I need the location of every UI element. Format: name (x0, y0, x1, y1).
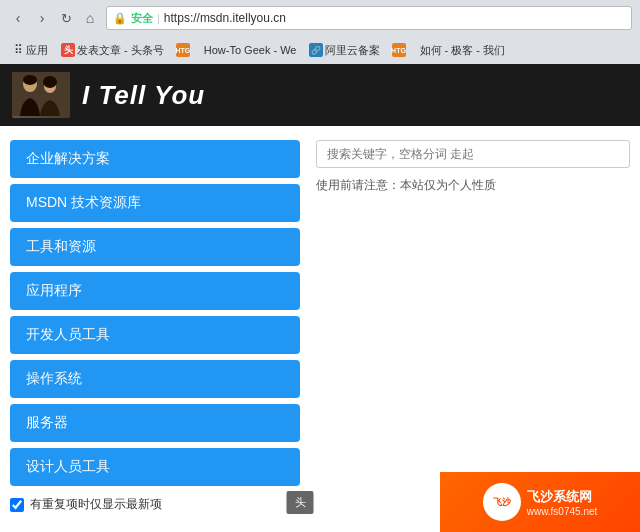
menu-btn-3[interactable]: 工具和资源 (10, 228, 300, 266)
watermark-site-label: 飞沙系统网 (527, 488, 598, 506)
menu-btn-6[interactable]: 操作系统 (10, 360, 300, 398)
bookmark-item-4[interactable]: 🔗 阿里云备案 (304, 41, 385, 60)
scroll-top-button[interactable]: 头 (287, 491, 314, 514)
svg-point-4 (43, 76, 57, 88)
home-button[interactable]: ⌂ (80, 8, 100, 28)
menu-btn-1[interactable]: 企业解决方案 (10, 140, 300, 178)
bookmark-item-6[interactable]: 如何 - 极客 - 我们 (415, 41, 511, 60)
secure-label: 安全 (131, 11, 153, 26)
bookmark-item-5[interactable]: HTG (387, 41, 413, 59)
address-bar[interactable]: 🔒 安全 | https://msdn.itellyou.cn (106, 6, 632, 30)
notice-text: 使用前请注意：本站仅为个人性质 (316, 176, 630, 195)
left-menu: 企业解决方案 MSDN 技术资源库 工具和资源 应用程序 开发人员工具 操作系统… (10, 140, 300, 518)
bookmark-favicon-4: 🔗 (309, 43, 323, 57)
browser-toolbar: ‹ › ↻ ⌂ 🔒 安全 | https://msdn.itellyou.cn (0, 0, 640, 36)
bookmark-favicon-5: HTG (392, 43, 406, 57)
watermark-url-label: www.fs0745.net (527, 506, 598, 517)
apps-button[interactable]: ⠿ 应用 (8, 41, 54, 60)
site-title: I Tell You (82, 80, 205, 111)
svg-point-3 (23, 75, 37, 85)
site-logo (12, 72, 70, 118)
bookmarks-bar: ⠿ 应用 头 发表文章 - 头条号 HTG How-To Geek - We 🔗… (0, 36, 640, 64)
page-wrapper: ‹ › ↻ ⌂ 🔒 安全 | https://msdn.itellyou.cn … (0, 0, 640, 532)
search-input[interactable] (316, 140, 630, 168)
url-text: https://msdn.itellyou.cn (164, 11, 625, 25)
checkbox-label: 有重复项时仅显示最新项 (30, 496, 162, 513)
menu-btn-2[interactable]: MSDN 技术资源库 (10, 184, 300, 222)
address-divider: | (157, 12, 160, 24)
apps-grid-icon: ⠿ (14, 43, 23, 57)
bookmark-item-2[interactable]: HTG (171, 41, 197, 59)
lock-icon: 🔒 (113, 12, 127, 25)
dedup-checkbox[interactable] (10, 498, 24, 512)
page-content: I Tell You 企业解决方案 MSDN 技术资源库 工具和资源 应用程序 … (0, 64, 640, 532)
watermark-circle-text: 飞沙 (493, 497, 511, 508)
menu-btn-7[interactable]: 服务器 (10, 404, 300, 442)
watermark-text-area: 飞沙系统网 www.fs0745.net (527, 488, 598, 517)
menu-btn-8[interactable]: 设计人员工具 (10, 448, 300, 486)
bookmark-favicon-1: 头 (61, 43, 75, 57)
bookmark-label-1: 发表文章 - 头条号 (77, 43, 164, 58)
bookmark-label-6: 如何 - 极客 - 我们 (420, 43, 506, 58)
svg-rect-0 (12, 72, 70, 116)
bookmark-label-4: 阿里云备案 (325, 43, 380, 58)
logo-svg (12, 72, 70, 116)
forward-button[interactable]: › (32, 8, 52, 28)
menu-btn-5[interactable]: 开发人员工具 (10, 316, 300, 354)
watermark-circle: 飞沙 (483, 483, 521, 521)
apps-label: 应用 (26, 43, 48, 58)
bookmark-item-3[interactable]: How-To Geek - We (199, 42, 302, 58)
refresh-button[interactable]: ↻ (56, 8, 76, 28)
bookmark-favicon-2: HTG (176, 43, 190, 57)
logo-silhouettes (12, 72, 70, 118)
browser-chrome: ‹ › ↻ ⌂ 🔒 安全 | https://msdn.itellyou.cn … (0, 0, 640, 64)
menu-btn-4[interactable]: 应用程序 (10, 272, 300, 310)
bookmark-label-3: How-To Geek - We (204, 44, 297, 56)
back-button[interactable]: ‹ (8, 8, 28, 28)
right-panel: 使用前请注意：本站仅为个人性质 (316, 140, 630, 518)
checkbox-row: 有重复项时仅显示最新项 (10, 496, 300, 513)
watermark-bar: 飞沙 飞沙系统网 www.fs0745.net (440, 472, 640, 532)
bookmark-item-1[interactable]: 头 发表文章 - 头条号 (56, 41, 169, 60)
site-header: I Tell You (0, 64, 640, 126)
nav-buttons: ‹ › ↻ ⌂ (8, 8, 100, 28)
